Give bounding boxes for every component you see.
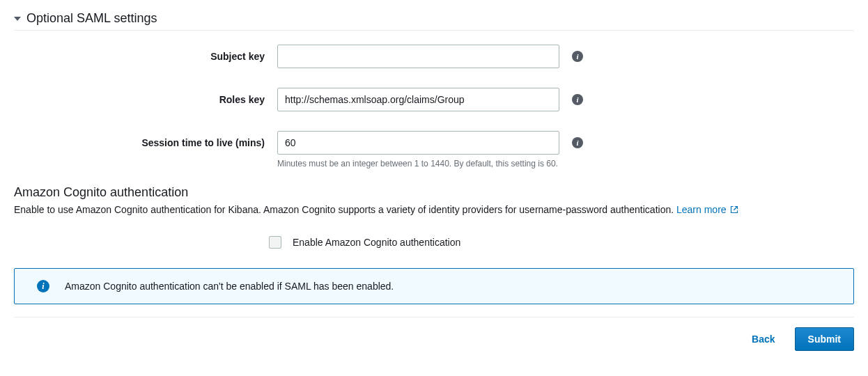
enable-cognito-row: Enable Amazon Cognito authentication — [269, 236, 854, 249]
cognito-description-text: Enable to use Amazon Cognito authenticat… — [14, 204, 674, 215]
external-link-icon — [730, 205, 738, 214]
divider — [14, 317, 854, 318]
roles-key-row: Roles key i — [14, 88, 854, 111]
optional-saml-header[interactable]: Optional SAML settings — [14, 7, 854, 31]
learn-more-link[interactable]: Learn more — [676, 204, 738, 215]
session-ttl-help: Minutes must be an integer between 1 to … — [277, 159, 854, 169]
cognito-description: Enable to use Amazon Cognito authenticat… — [14, 204, 854, 215]
session-ttl-input[interactable] — [277, 131, 559, 155]
learn-more-label: Learn more — [676, 204, 727, 215]
subject-key-label: Subject key — [14, 51, 265, 62]
session-ttl-row: Session time to live (mins) i — [14, 131, 854, 155]
back-button[interactable]: Back — [741, 327, 786, 351]
roles-key-label: Roles key — [14, 94, 265, 105]
submit-button[interactable]: Submit — [795, 327, 854, 351]
enable-cognito-checkbox[interactable] — [269, 236, 281, 249]
info-icon[interactable]: i — [572, 137, 583, 148]
cognito-alert-text: Amazon Cognito authentication can't be e… — [65, 281, 394, 292]
optional-saml-title: Optional SAML settings — [26, 11, 157, 26]
cognito-title: Amazon Cognito authentication — [14, 185, 854, 200]
subject-key-row: Subject key i — [14, 45, 854, 68]
enable-cognito-label: Enable Amazon Cognito authentication — [293, 237, 460, 248]
info-icon[interactable]: i — [572, 51, 583, 62]
info-icon: i — [37, 280, 49, 292]
cognito-alert: i Amazon Cognito authentication can't be… — [14, 268, 854, 304]
caret-down-icon — [14, 17, 21, 21]
session-ttl-label: Session time to live (mins) — [14, 137, 265, 148]
button-row: Back Submit — [14, 327, 854, 361]
subject-key-input[interactable] — [277, 45, 559, 68]
roles-key-input[interactable] — [277, 88, 559, 111]
info-icon[interactable]: i — [572, 94, 583, 105]
